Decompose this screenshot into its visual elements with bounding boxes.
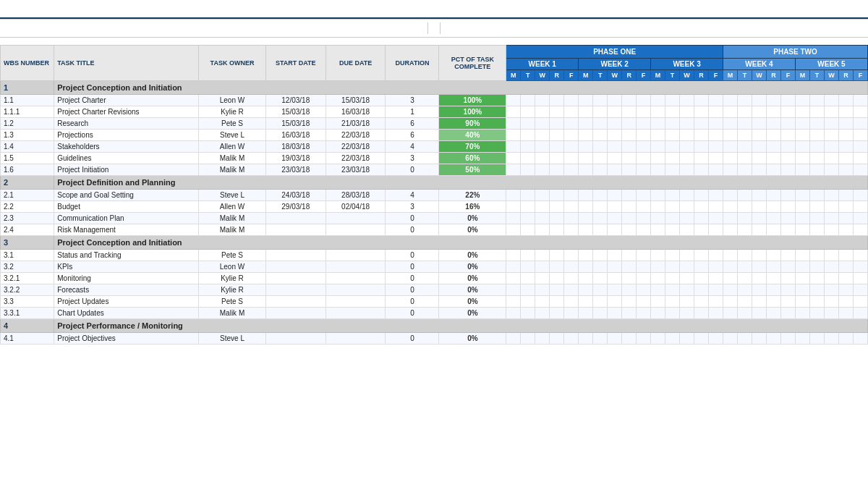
- day-cell: [709, 130, 723, 141]
- day-cell: [665, 95, 680, 106]
- wbs-cell: 2.2: [1, 201, 54, 213]
- day-cell: [564, 106, 579, 118]
- day-cell: [506, 250, 521, 261]
- day-cell: [637, 153, 651, 164]
- day-cell: [838, 213, 853, 224]
- day-cell: [535, 153, 550, 164]
- day-cell: [593, 153, 608, 164]
- day-cell: [608, 201, 622, 213]
- day-cell: [665, 308, 680, 319]
- duration-cell: 0: [386, 213, 439, 224]
- day-cell: [564, 164, 579, 176]
- day-cell: [780, 250, 795, 261]
- day-cell: [752, 95, 767, 106]
- day-cell: [622, 261, 637, 273]
- day-cell: [694, 333, 709, 345]
- owner-cell: Allen W: [199, 141, 266, 153]
- day-cell: [651, 261, 665, 273]
- day-cell: [564, 273, 579, 284]
- owner-cell: Malik M: [199, 224, 266, 236]
- table-row: 3.3.1Chart UpdatesMalik M00%: [1, 308, 868, 319]
- day-w5-f: F: [853, 70, 867, 81]
- day-cell: [593, 250, 608, 261]
- day-cell: [838, 130, 853, 141]
- day-cell: [521, 130, 535, 141]
- day-cell: [651, 250, 665, 261]
- day-w3-r: R: [694, 70, 709, 81]
- day-cell: [694, 308, 709, 319]
- day-cell: [766, 141, 780, 153]
- due-cell: 28/03/18: [326, 190, 386, 201]
- day-cell: [535, 141, 550, 153]
- wbs-cell: 1.4: [1, 141, 54, 153]
- day-cell: [535, 118, 550, 130]
- phase-one-header: PHASE ONE: [506, 46, 723, 59]
- task-name-cell: Chart Updates: [54, 308, 199, 319]
- table-row: 2.3Communication PlanMalik M00%: [1, 213, 868, 224]
- task-name-cell: Forecasts: [54, 284, 199, 296]
- day-cell: [651, 141, 665, 153]
- day-cell: [838, 95, 853, 106]
- day-cell: [766, 224, 780, 236]
- pct-cell: 70%: [439, 141, 506, 153]
- day-cell: [535, 95, 550, 106]
- day-w2-w: W: [608, 70, 622, 81]
- day-cell: [622, 201, 637, 213]
- day-cell: [838, 261, 853, 273]
- owner-cell: Leon W: [199, 261, 266, 273]
- task-name-cell: Communication Plan: [54, 213, 199, 224]
- day-cell: [853, 308, 867, 319]
- day-cell: [766, 296, 780, 308]
- day-cell: [680, 250, 694, 261]
- week5-header: WEEK 5: [795, 59, 867, 70]
- day-cell: [824, 95, 838, 106]
- day-cell: [608, 224, 622, 236]
- day-cell: [651, 95, 665, 106]
- day-cell: [752, 261, 767, 273]
- day-cell: [651, 273, 665, 284]
- table-row: 3.2.2ForecastsKylie R00%: [1, 284, 868, 296]
- day-cell: [694, 164, 709, 176]
- day-cell: [752, 284, 767, 296]
- day-cell: [752, 308, 767, 319]
- day-w1-f: F: [564, 70, 579, 81]
- day-cell: [680, 284, 694, 296]
- day-cell: [694, 153, 709, 164]
- day-cell: [535, 296, 550, 308]
- day-cell: [535, 190, 550, 201]
- day-cell: [593, 141, 608, 153]
- day-cell: [694, 261, 709, 273]
- day-cell: [535, 164, 550, 176]
- day-cell: [780, 95, 795, 106]
- day-cell: [795, 284, 809, 296]
- pct-cell: 0%: [439, 250, 506, 261]
- day-cell: [738, 224, 752, 236]
- day-cell: [665, 118, 680, 130]
- day-cell: [608, 261, 622, 273]
- duration-cell: 0: [386, 296, 439, 308]
- day-cell: [665, 296, 680, 308]
- start-cell: [265, 296, 326, 308]
- week4-header: WEEK 4: [723, 59, 796, 70]
- day-cell: [564, 190, 579, 201]
- day-cell: [564, 308, 579, 319]
- day-cell: [795, 333, 809, 345]
- day-cell: [824, 118, 838, 130]
- day-cell: [766, 164, 780, 176]
- day-cell: [521, 153, 535, 164]
- day-cell: [709, 224, 723, 236]
- day-cell: [809, 333, 824, 345]
- col-wbs: WBS NUMBER: [1, 46, 54, 81]
- day-cell: [521, 190, 535, 201]
- day-cell: [550, 106, 564, 118]
- day-w4-w: W: [752, 70, 767, 81]
- day-cell: [766, 201, 780, 213]
- task-name-cell: Project Initiation: [54, 164, 199, 176]
- due-cell: [326, 284, 386, 296]
- day-cell: [506, 153, 521, 164]
- duration-cell: 3: [386, 153, 439, 164]
- day-cell: [535, 201, 550, 213]
- day-cell: [564, 201, 579, 213]
- day-cell: [795, 261, 809, 273]
- day-cell: [723, 224, 738, 236]
